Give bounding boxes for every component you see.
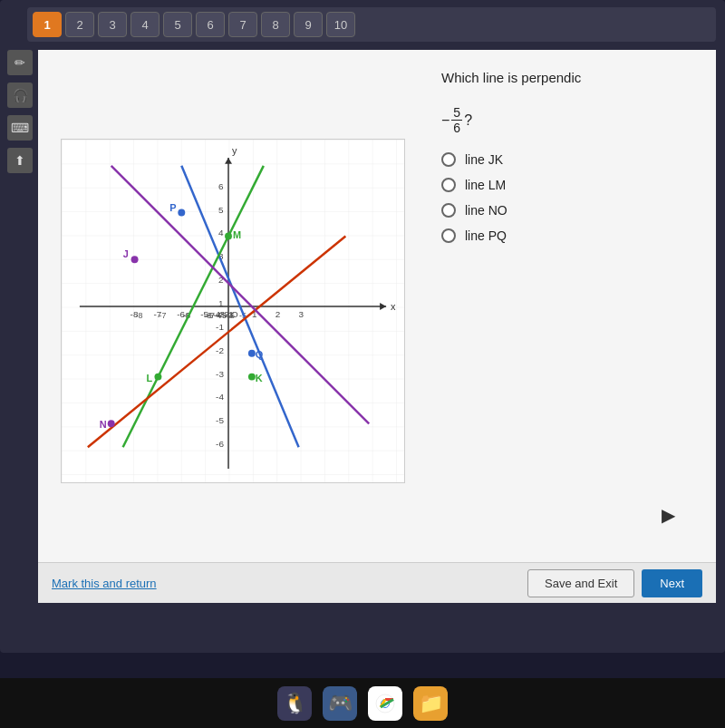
nav-btn-2[interactable]: 2 — [65, 12, 94, 37]
options-group: line JK line LM line NO line PQ — [441, 152, 702, 243]
svg-text:3: 3 — [299, 308, 304, 318]
option-no-label: line NO — [465, 203, 508, 218]
slope-numerator: 5 — [451, 105, 462, 121]
graph-area: x y -8 -7 -6 -5 -8 -7 -8 — [38, 50, 428, 571]
svg-point-53 — [131, 256, 139, 263]
taskbar-icon-files[interactable]: 📁 — [413, 686, 448, 721]
svg-text:-5: -5 — [200, 308, 208, 318]
cursor-arrow: ▶ — [662, 504, 675, 526]
svg-text:5: 5 — [218, 204, 224, 214]
screen: 1 2 3 4 5 6 7 8 9 10 ✏ 🎧 ⌨ ⬆ — [0, 0, 725, 653]
svg-text:K: K — [256, 372, 263, 383]
svg-text:-6: -6 — [177, 308, 185, 318]
flag-tool[interactable]: ⬆ — [7, 148, 33, 173]
svg-text:2: 2 — [276, 308, 281, 318]
option-lm-label: line LM — [465, 178, 506, 192]
nav-btn-4[interactable]: 4 — [130, 12, 160, 37]
svg-point-55 — [248, 349, 256, 356]
svg-text:-6: -6 — [216, 439, 224, 449]
nav-btn-6[interactable]: 6 — [196, 12, 225, 37]
svg-text:L: L — [147, 372, 153, 383]
radio-lm[interactable] — [441, 178, 456, 192]
svg-text:-3: -3 — [216, 368, 224, 378]
svg-text:J: J — [123, 248, 129, 259]
svg-text:y: y — [232, 144, 237, 155]
radio-no[interactable] — [441, 203, 456, 218]
svg-point-49 — [178, 209, 185, 216]
slope-display: − 5 6 ? — [441, 105, 702, 137]
option-no[interactable]: line NO — [441, 203, 702, 218]
headphone-tool[interactable]: 🎧 — [7, 83, 33, 108]
keyboard-tool[interactable]: ⌨ — [7, 115, 33, 141]
svg-point-51 — [225, 232, 232, 239]
next-button[interactable]: Next — [642, 569, 702, 597]
option-jk-label: line JK — [465, 152, 503, 167]
svg-text:P: P — [169, 201, 176, 212]
svg-text:-1: -1 — [216, 321, 224, 331]
nav-btn-9[interactable]: 9 — [294, 12, 323, 37]
taskbar-icon-penguin[interactable]: 🐧 — [277, 686, 312, 721]
slope-fraction: 5 6 — [451, 105, 462, 137]
option-pq-label: line PQ — [465, 228, 507, 243]
svg-text:M: M — [233, 229, 241, 240]
radio-jk[interactable] — [441, 152, 456, 167]
slope-denominator: 6 — [451, 121, 462, 136]
svg-text:-2: -2 — [216, 345, 224, 354]
svg-text:x: x — [391, 301, 396, 312]
svg-text:-8: -8 — [130, 308, 139, 318]
taskbar-icon-app[interactable]: 🎮 — [323, 686, 357, 721]
top-nav: 1 2 3 4 5 6 7 8 9 10 — [27, 7, 716, 42]
question-area: Which line is perpendic − 5 6 ? line JK … — [428, 50, 716, 571]
svg-text:N: N — [100, 419, 107, 430]
option-lm[interactable]: line LM — [441, 178, 702, 192]
question-text: Which line is perpendic — [441, 68, 702, 89]
svg-text:-4: -4 — [216, 392, 224, 402]
pencil-tool[interactable]: ✏ — [7, 50, 33, 75]
option-pq[interactable]: line PQ — [441, 228, 702, 243]
save-exit-button[interactable]: Save and Exit — [527, 569, 634, 597]
svg-text:1: 1 — [218, 298, 224, 308]
svg-point-59 — [248, 373, 256, 380]
nav-btn-5[interactable]: 5 — [163, 12, 192, 37]
bottom-bar: Mark this and return Save and Exit Next — [38, 562, 716, 603]
mark-return-link[interactable]: Mark this and return — [52, 577, 157, 590]
svg-text:-5: -5 — [216, 415, 224, 425]
svg-point-61 — [108, 420, 115, 427]
option-jk[interactable]: line JK — [441, 152, 702, 167]
svg-text:-7: -7 — [153, 308, 161, 318]
svg-text:4: 4 — [218, 228, 224, 238]
taskbar: 🐧 🎮 📁 — [0, 678, 725, 728]
nav-btn-3[interactable]: 3 — [98, 12, 127, 37]
radio-pq[interactable] — [441, 228, 456, 243]
main-content: x y -8 -7 -6 -5 -8 -7 -8 — [38, 50, 716, 571]
nav-btn-8[interactable]: 8 — [261, 12, 290, 37]
nav-btn-1[interactable]: 1 — [33, 12, 62, 37]
nav-btn-7[interactable]: 7 — [228, 12, 257, 37]
slope-suffix: ? — [464, 112, 472, 129]
nav-btn-10[interactable]: 10 — [326, 12, 355, 37]
graph-container: x y -8 -7 -6 -5 -8 -7 -8 — [61, 139, 405, 483]
slope-prefix: − — [441, 112, 450, 129]
bottom-buttons: Save and Exit Next — [527, 569, 702, 597]
taskbar-icon-chrome[interactable] — [368, 686, 402, 721]
left-toolbar: ✏ 🎧 ⌨ ⬆ — [7, 50, 33, 173]
svg-text:Q: Q — [256, 348, 264, 359]
svg-text:O: O — [231, 308, 238, 318]
svg-text:6: 6 — [218, 180, 224, 190]
svg-point-57 — [154, 373, 161, 380]
